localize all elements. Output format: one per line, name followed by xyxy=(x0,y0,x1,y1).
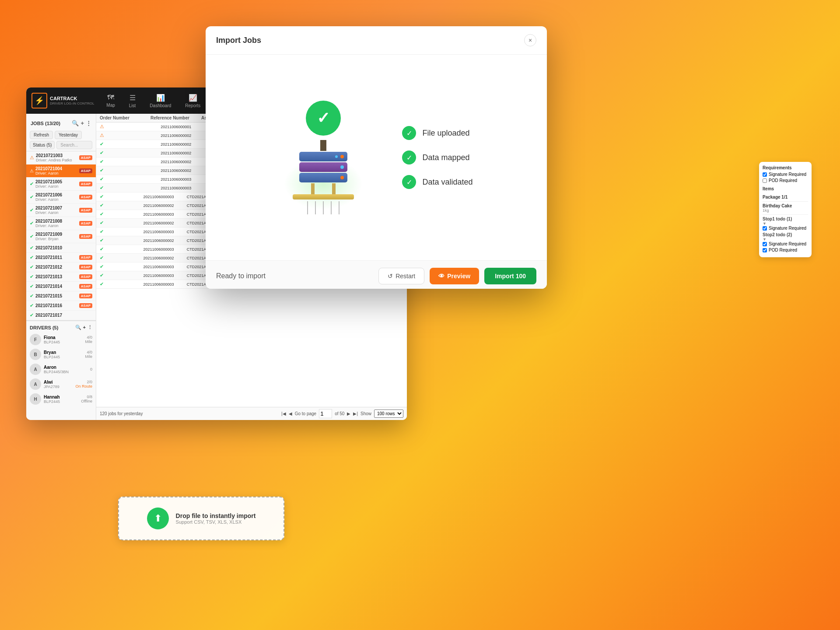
asap-badge: ASAP xyxy=(79,303,92,308)
job-item[interactable]: ✔ 20210721016 ASAP xyxy=(26,301,96,311)
disk-light-2 xyxy=(335,155,338,158)
job-driver: Driver: Aaron xyxy=(35,210,77,215)
stop2-pod-checkbox[interactable] xyxy=(763,248,767,252)
server-stack xyxy=(293,152,354,182)
app-logo: ⚡ CARTRACK DRIVER LOG-IN CONTROL xyxy=(32,93,94,108)
page-input[interactable] xyxy=(319,409,332,418)
nav-dashboard[interactable]: 📊 Dashboard xyxy=(144,91,177,111)
stop1-sig-checkbox[interactable] xyxy=(763,226,767,231)
job-item[interactable]: ⚠ 20210721003 Driver: Andres Patko ASAP xyxy=(26,151,96,164)
modal-body: ✓ xyxy=(206,55,547,260)
go-to-page-label: Go to page xyxy=(295,411,316,416)
yesterday-button[interactable]: Yesterday xyxy=(55,131,82,139)
nav-reports[interactable]: 📈 Reports xyxy=(179,91,206,111)
driver-bryan[interactable]: B Bryan BLP2445 4/0Mile xyxy=(30,347,92,362)
next-icon[interactable]: ▶ xyxy=(347,411,350,416)
check-icon: ✔ xyxy=(30,274,34,280)
job-item[interactable]: ✔ 20210721009Driver: Bryan ASAP xyxy=(26,230,96,243)
more-drivers-icon[interactable]: ⋮ xyxy=(88,325,92,330)
job-item[interactable]: ✔ 20210721005 Driver: Aaron ASAP xyxy=(26,178,96,191)
stop1-sig-label: Signature Required xyxy=(769,226,806,231)
job-item[interactable]: ✔ 20210721013 ASAP xyxy=(26,272,96,282)
driver-info: Aaron BLP2445/3BN xyxy=(44,365,88,374)
check-icon: ✔ xyxy=(30,234,34,239)
driver-alwi[interactable]: A Alwi JPA2789 2/0On Route xyxy=(30,377,92,392)
status-cell: ⚠ xyxy=(100,133,160,138)
rows-per-page-select[interactable]: 100 rows 50 rows 25 rows xyxy=(374,410,403,418)
cake-name: Birthday Cake xyxy=(763,203,808,208)
requirements-section: Requirements Signature Required POD Requ… xyxy=(763,165,808,183)
right-panel: Requirements Signature Required POD Requ… xyxy=(759,162,812,257)
job-id: 20210721009 xyxy=(35,232,77,237)
driver-hannah[interactable]: H Hannah BLP2445 0/8Offline xyxy=(30,392,92,406)
pod-required-label: POD Required xyxy=(769,178,797,183)
restart-button[interactable]: ↺ Restart xyxy=(378,268,424,284)
driver-fiona[interactable]: F Fiona BLP2445 4/0Mile xyxy=(30,332,92,347)
order-number: 20211006000003 xyxy=(143,212,186,217)
job-item[interactable]: ✔ 20210721012 ASAP xyxy=(26,262,96,272)
job-item[interactable]: ✔ 20210721006Driver: Aaron ASAP xyxy=(26,191,96,204)
pod-required-checkbox[interactable] xyxy=(763,178,767,183)
check-icon: ✔ xyxy=(30,312,34,318)
job-item[interactable]: ✔ 20210721010 xyxy=(26,243,96,253)
driver-aaron[interactable]: A Aaron BLP2445/3BN 0 xyxy=(30,362,92,377)
driver-id: BLP2445/3BN xyxy=(44,370,88,374)
stop1-expand[interactable]: ▼ xyxy=(763,221,808,226)
search-input[interactable]: Search... xyxy=(56,141,92,149)
sig-required-item: Signature Required xyxy=(763,172,808,177)
sig-required-checkbox[interactable] xyxy=(763,172,767,177)
server-disk-1 xyxy=(299,152,347,161)
next-page-icon[interactable]: ▶| xyxy=(353,411,358,416)
connection-lines xyxy=(293,201,354,214)
status-cell: ✔ xyxy=(100,281,142,287)
status-cell: ✔ xyxy=(100,194,142,200)
more-icon[interactable]: ⋮ xyxy=(86,120,91,126)
nav-map[interactable]: 🗺 Map xyxy=(100,91,121,110)
job-item[interactable]: ✔ 20210721017 xyxy=(26,311,96,320)
job-item-active[interactable]: ⚠ 20210721004 Driver: Aaron ASAP xyxy=(26,164,96,178)
pod-required-item: POD Required xyxy=(763,178,808,183)
check-icon: ✔ xyxy=(30,220,34,226)
ready-text: Ready to import xyxy=(216,272,266,280)
job-item[interactable]: ✔ 20210721008Driver: Aaron ASAP xyxy=(26,217,96,230)
status-cell: ✔ xyxy=(100,211,142,217)
status-dropdown[interactable]: Status (5) xyxy=(30,141,55,149)
search-icon[interactable]: 🔍 xyxy=(72,120,79,126)
driver-avatar: B xyxy=(30,349,41,360)
job-id: 20210721005 xyxy=(35,179,77,184)
driver-status: 0 xyxy=(90,367,92,371)
stop2-sig-label: Signature Required xyxy=(769,242,806,246)
asap-badge: ASAP xyxy=(79,208,92,213)
tree-trunk xyxy=(320,140,326,151)
job-item[interactable]: ✔ 20210721007Driver: Aaron ASAP xyxy=(26,204,96,217)
job-item[interactable]: ✔ 20210721014 ASAP xyxy=(26,282,96,291)
job-item[interactable]: ✔ 20210721015 ASAP xyxy=(26,291,96,301)
cake-weight: 1kg xyxy=(763,208,808,213)
import-button[interactable]: Import 100 xyxy=(484,268,536,284)
stop2-sig-checkbox[interactable] xyxy=(763,242,767,246)
line-2 xyxy=(315,201,316,214)
add-driver-icon[interactable]: + xyxy=(83,325,86,330)
drop-title: Drop file to instantly import xyxy=(176,512,256,519)
app-tagline: DRIVER LOG-IN CONTROL xyxy=(50,102,94,105)
job-id: 20210721012 xyxy=(35,265,77,270)
modal-close-button[interactable]: × xyxy=(524,34,536,46)
preview-button[interactable]: 👁 Preview xyxy=(430,268,479,284)
search-drivers-icon[interactable]: 🔍 xyxy=(75,325,81,330)
asap-badge: ASAP xyxy=(79,182,92,186)
job-id: 20210721015 xyxy=(35,294,77,298)
order-number: 20211006000003 xyxy=(143,247,186,252)
status-cell: ✔ xyxy=(100,264,142,270)
job-item[interactable]: ✔ 20210721011 ASAP xyxy=(26,253,96,262)
job-id: 20210721011 xyxy=(35,255,77,260)
asap-badge: ASAP xyxy=(79,284,92,289)
prev-page-icon[interactable]: |◀ xyxy=(281,411,286,416)
prev-icon[interactable]: ◀ xyxy=(289,411,292,416)
add-job-icon[interactable]: + xyxy=(80,120,84,126)
asap-badge: ASAP xyxy=(79,234,92,239)
drop-zone[interactable]: ⬆ Drop file to instantly import Support … xyxy=(118,497,284,540)
nav-list[interactable]: ☰ List xyxy=(123,91,142,111)
stop2-expand[interactable]: ▼ xyxy=(763,237,808,242)
data-mapped-label: Data mapped xyxy=(422,153,469,162)
refresh-button[interactable]: Refresh xyxy=(30,131,53,139)
